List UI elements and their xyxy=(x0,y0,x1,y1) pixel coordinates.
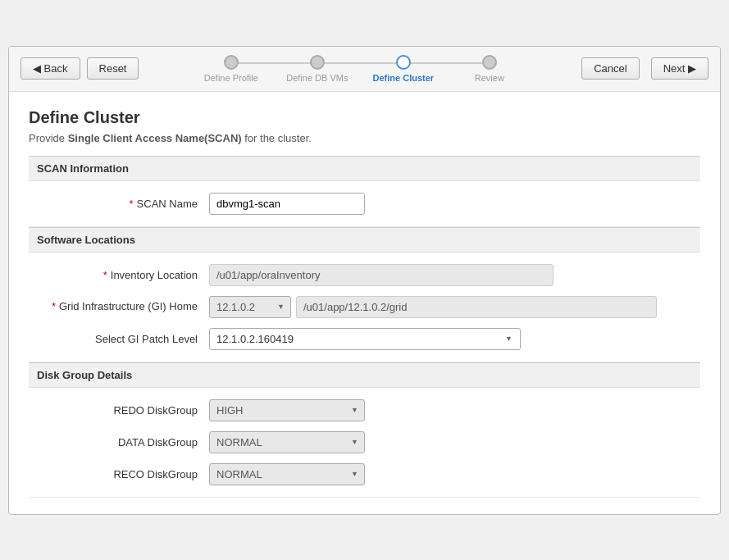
gi-patch-select[interactable]: 12.1.0.2.160419 xyxy=(209,328,521,350)
inventory-row: *Inventory Location /u01/app/oraInventor… xyxy=(45,264,684,286)
inventory-required-star: * xyxy=(103,269,107,281)
gi-inputs: 12.1.0.2 /u01/app/12.1.0.2/grid xyxy=(209,296,684,318)
step-define-db-vms: Define DB VMs xyxy=(274,55,360,83)
redo-wrapper: HIGH xyxy=(209,399,365,421)
step-circle-4 xyxy=(482,55,497,70)
scan-name-input[interactable] xyxy=(209,193,365,215)
disk-section: Disk Group Details REDO DiskGroup HIGH D… xyxy=(29,362,700,498)
subtitle-suffix: for the cluster. xyxy=(242,132,312,144)
step-define-profile: Define Profile xyxy=(188,55,274,83)
inventory-value: /u01/app/oraInventory xyxy=(209,264,554,286)
data-row: DATA DiskGroup NORMAL xyxy=(45,431,684,453)
gi-version-wrapper: 12.1.0.2 xyxy=(209,296,291,318)
next-button[interactable]: Next ▶ xyxy=(651,57,708,80)
back-button[interactable]: ◀ Back xyxy=(21,57,80,80)
step-circle-2 xyxy=(310,55,325,70)
step-label-3: Define Cluster xyxy=(373,73,435,83)
page-subtitle: Provide Single Client Access Name(SCAN) … xyxy=(29,132,700,144)
wizard-steps: Define Profile Define DB VMs Define Clus… xyxy=(145,55,575,83)
scan-name-row: *SCAN Name xyxy=(45,193,684,215)
reset-button[interactable]: Reset xyxy=(87,57,139,80)
redo-select[interactable]: HIGH xyxy=(209,399,365,421)
gi-version-select[interactable]: 12.1.0.2 xyxy=(209,296,291,318)
gi-patch-row: Select GI Patch Level 12.1.0.2.160419 xyxy=(45,328,684,350)
step-label-4: Review xyxy=(475,73,504,83)
disk-section-body: REDO DiskGroup HIGH DATA DiskGroup NORMA… xyxy=(29,388,700,498)
disk-section-header: Disk Group Details xyxy=(29,363,700,388)
software-section-header: Software Locations xyxy=(29,228,700,253)
subtitle-bold: Single Client Access Name(SCAN) xyxy=(68,132,242,144)
gi-label: *Grid Infrastructure (GI) Home xyxy=(45,300,209,314)
gi-patch-label: Select GI Patch Level xyxy=(45,333,209,345)
step-define-cluster: Define Cluster xyxy=(360,55,446,83)
gi-patch-wrapper: 12.1.0.2.160419 xyxy=(209,328,521,350)
step-review: Review xyxy=(446,55,532,83)
step-circle-3 xyxy=(396,55,411,70)
software-section: Software Locations *Inventory Location /… xyxy=(29,227,700,362)
data-wrapper: NORMAL xyxy=(209,431,365,453)
main-window: ◀ Back Reset Define Profile Define DB VM… xyxy=(8,46,721,515)
cancel-button[interactable]: Cancel xyxy=(581,57,639,80)
redo-label: REDO DiskGroup xyxy=(45,404,209,417)
gi-home-row: *Grid Infrastructure (GI) Home 12.1.0.2 … xyxy=(45,296,684,318)
toolbar: ◀ Back Reset Define Profile Define DB VM… xyxy=(9,47,720,92)
scan-section: SCAN Information *SCAN Name xyxy=(29,156,700,227)
page-content: Define Cluster Provide Single Client Acc… xyxy=(9,92,720,514)
scan-section-body: *SCAN Name xyxy=(29,181,700,227)
software-section-body: *Inventory Location /u01/app/oraInventor… xyxy=(29,253,700,362)
reco-label: RECO DiskGroup xyxy=(45,468,209,480)
step-circle-1 xyxy=(224,55,239,70)
scan-required-star: * xyxy=(130,198,134,210)
step-label-1: Define Profile xyxy=(204,73,258,83)
scan-section-header: SCAN Information xyxy=(29,157,700,181)
data-select[interactable]: NORMAL xyxy=(209,431,365,453)
gi-required-star: * xyxy=(52,300,56,312)
reco-row: RECO DiskGroup NORMAL xyxy=(45,463,684,485)
subtitle-prefix: Provide xyxy=(29,132,68,144)
reco-select[interactable]: NORMAL xyxy=(209,463,365,485)
page-title: Define Cluster xyxy=(29,108,700,127)
steps-track: Define Profile Define DB VMs Define Clus… xyxy=(188,55,532,83)
data-label: DATA DiskGroup xyxy=(45,436,209,448)
reco-wrapper: NORMAL xyxy=(209,463,365,485)
step-label-2: Define DB VMs xyxy=(286,73,348,83)
redo-row: REDO DiskGroup HIGH xyxy=(45,399,684,421)
gi-path-value: /u01/app/12.1.0.2/grid xyxy=(296,296,657,318)
inventory-label: *Inventory Location xyxy=(45,269,209,281)
scan-name-label: *SCAN Name xyxy=(45,198,209,210)
